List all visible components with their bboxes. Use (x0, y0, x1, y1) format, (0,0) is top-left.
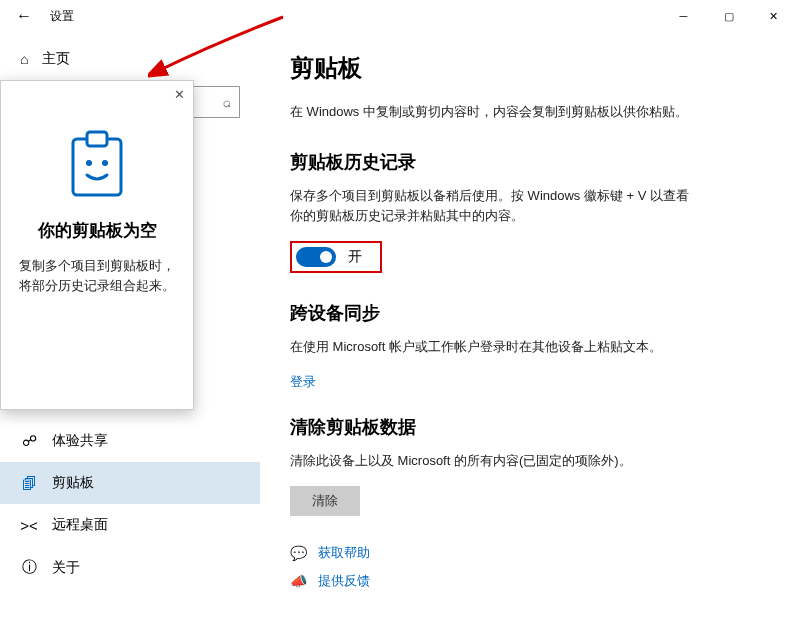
back-button[interactable]: ← (14, 6, 34, 26)
clear-heading: 清除剪贴板数据 (290, 415, 770, 439)
sidebar-item-label: 体验共享 (52, 432, 108, 450)
sidebar-item-label: 剪贴板 (52, 474, 94, 492)
sidebar-item-about[interactable]: ⓘ 关于 (0, 546, 260, 589)
remote-icon: >< (20, 517, 38, 534)
sync-desc: 在使用 Microsoft 帐户或工作帐户登录时在其他设备上粘贴文本。 (290, 337, 690, 358)
feedback-label: 提供反馈 (318, 572, 370, 590)
sidebar-item-label: 远程桌面 (52, 516, 108, 534)
clipboard-face-icon (67, 129, 127, 199)
svg-point-2 (86, 160, 92, 166)
close-icon[interactable]: ✕ (174, 87, 185, 102)
toggle-knob (320, 251, 332, 263)
minimize-button[interactable]: ─ (661, 0, 706, 32)
sidebar-item-clipboard[interactable]: 🗐 剪贴板 (0, 462, 260, 504)
feedback-link[interactable]: 📣 提供反馈 (290, 572, 770, 590)
clear-button[interactable]: 清除 (290, 486, 360, 516)
clear-desc: 清除此设备上以及 Microsoft 的所有内容(已固定的项除外)。 (290, 451, 690, 472)
sync-heading: 跨设备同步 (290, 301, 770, 325)
app-title: 设置 (50, 8, 74, 25)
window-controls: ─ ▢ ✕ (661, 0, 796, 32)
home-nav[interactable]: ⌂ 主页 (0, 40, 260, 78)
sidebar-item-label: 关于 (52, 559, 80, 577)
popup-desc: 复制多个项目到剪贴板时，将部分历史记录组合起来。 (11, 256, 183, 295)
svg-rect-1 (87, 132, 107, 146)
history-heading: 剪贴板历史记录 (290, 150, 770, 174)
help-icon: 💬 (290, 545, 308, 561)
titlebar: ← 设置 ─ ▢ ✕ (0, 0, 800, 32)
history-desc: 保存多个项目到剪贴板以备稍后使用。按 Windows 徽标键 + V 以查看你的… (290, 186, 690, 228)
history-toggle-annotation: 开 (290, 241, 382, 273)
search-icon: ⌕ (223, 94, 231, 110)
feedback-icon: 📣 (290, 573, 308, 589)
about-icon: ⓘ (20, 558, 38, 577)
close-button[interactable]: ✕ (751, 0, 796, 32)
clipboard-icon: 🗐 (20, 475, 38, 492)
content-area: 剪贴板 在 Windows 中复制或剪切内容时，内容会复制到剪贴板以供你粘贴。 … (260, 32, 800, 624)
svg-point-3 (102, 160, 108, 166)
home-label: 主页 (42, 50, 70, 68)
help-label: 获取帮助 (318, 544, 370, 562)
home-icon: ⌂ (20, 51, 28, 67)
sidebar-item-remote[interactable]: >< 远程桌面 (0, 504, 260, 546)
popup-title: 你的剪贴板为空 (11, 219, 183, 242)
history-toggle[interactable] (296, 247, 336, 267)
sidebar-item-shared[interactable]: ☍ 体验共享 (0, 420, 260, 462)
shared-icon: ☍ (20, 432, 38, 450)
maximize-button[interactable]: ▢ (706, 0, 751, 32)
login-link[interactable]: 登录 (290, 373, 316, 391)
page-intro: 在 Windows 中复制或剪切内容时，内容会复制到剪贴板以供你粘贴。 (290, 102, 770, 122)
help-link[interactable]: 💬 获取帮助 (290, 544, 770, 562)
clipboard-empty-popup: ✕ 你的剪贴板为空 复制多个项目到剪贴板时，将部分历史记录组合起来。 (0, 80, 194, 410)
toggle-label: 开 (348, 248, 362, 266)
page-title: 剪贴板 (290, 52, 770, 84)
